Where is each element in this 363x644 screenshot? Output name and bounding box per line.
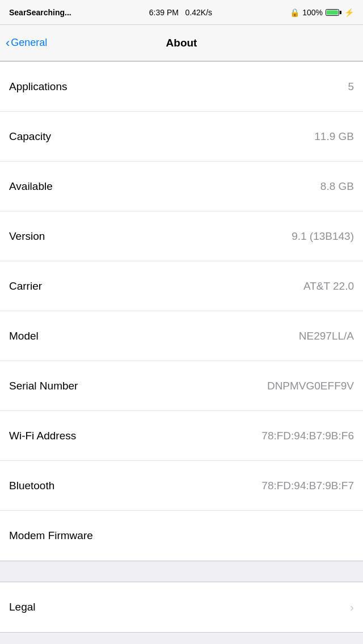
battery-icon <box>326 9 341 16</box>
table-row: CarrierAT&T 22.0 <box>0 261 363 311</box>
charging-icon: ⚡ <box>344 8 354 17</box>
back-chevron-icon: ‹ <box>6 37 10 49</box>
row-label: Available <box>9 180 53 193</box>
table-row: Modem Firmware <box>0 511 363 561</box>
legal-group: Legal › <box>0 582 363 633</box>
row-label: Applications <box>9 80 67 93</box>
status-right-group: 🔒 100% ⚡ <box>290 8 354 17</box>
row-value: 5 <box>348 80 354 93</box>
row-value: 78:FD:94:B7:9B:F7 <box>261 480 354 492</box>
row-value: AT&T 22.0 <box>303 280 354 293</box>
row-value: DNPMVG0EFF9V <box>267 380 354 392</box>
lock-icon: 🔒 <box>290 8 299 17</box>
settings-content: Applications5Capacity11.9 GBAvailable8.8… <box>0 61 363 633</box>
row-label: Carrier <box>9 280 42 293</box>
section-gap <box>0 561 363 582</box>
row-value: 9.1 (13B143) <box>292 230 354 243</box>
table-row: Bluetooth78:FD:94:B7:9B:F7 <box>0 461 363 511</box>
row-value: NE297LL/A <box>299 330 354 342</box>
carrier-label: SearSearching... <box>9 8 71 17</box>
row-label: Modem Firmware <box>9 529 93 542</box>
status-bar: SearSearching... 6:39 PM 0.42K/s 🔒 100% … <box>0 0 363 25</box>
settings-group: Applications5Capacity11.9 GBAvailable8.8… <box>0 61 363 561</box>
network-speed-label: 0.42K/s <box>185 8 212 17</box>
page-title: About <box>166 37 197 49</box>
row-label: Capacity <box>9 130 51 143</box>
row-value: 8.8 GB <box>320 180 354 193</box>
table-row: Applications5 <box>0 62 363 112</box>
row-label: Bluetooth <box>9 480 54 492</box>
legal-chevron-icon: › <box>350 601 354 614</box>
table-row: Wi-Fi Address78:FD:94:B7:9B:F6 <box>0 411 363 461</box>
table-row: ModelNE297LL/A <box>0 311 363 361</box>
row-label: Serial Number <box>9 380 78 392</box>
battery-percent-label: 100% <box>302 8 323 17</box>
table-row: Serial NumberDNPMVG0EFF9V <box>0 361 363 411</box>
row-value: 78:FD:94:B7:9B:F6 <box>261 430 354 442</box>
table-row: Available8.8 GB <box>0 162 363 211</box>
row-label: Version <box>9 230 45 243</box>
time-label: 6:39 PM <box>149 8 179 17</box>
table-row: Capacity11.9 GB <box>0 112 363 162</box>
back-label: General <box>11 37 47 49</box>
row-label: Wi-Fi Address <box>9 430 76 442</box>
legal-label: Legal <box>9 601 36 613</box>
legal-row[interactable]: Legal › <box>0 582 363 632</box>
table-row: Version9.1 (13B143) <box>0 211 363 261</box>
time-network-label: 6:39 PM 0.42K/s <box>149 8 212 17</box>
back-button[interactable]: ‹ General <box>6 37 47 49</box>
row-label: Model <box>9 330 39 342</box>
row-value: 11.9 GB <box>314 130 354 143</box>
nav-bar: ‹ General About <box>0 25 363 61</box>
